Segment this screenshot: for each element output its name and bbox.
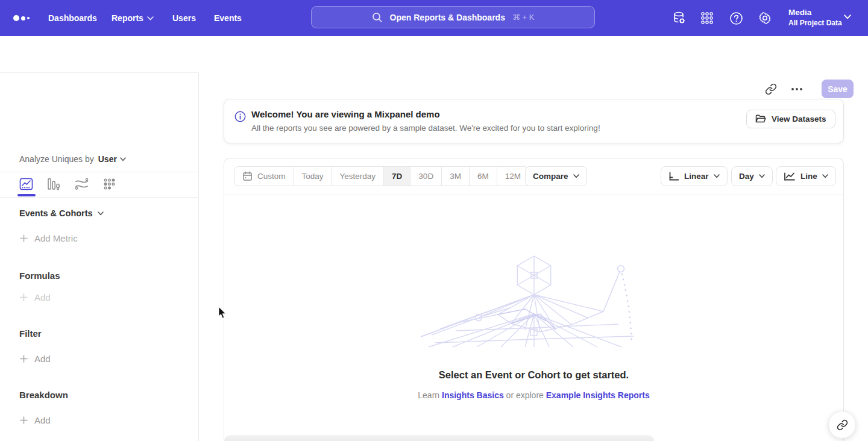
nav-item-reports[interactable]: Reports [112, 0, 154, 36]
nav-users-label: Users [172, 13, 196, 23]
plus-icon [20, 234, 28, 242]
viz-tab-flows[interactable] [74, 177, 89, 191]
middle-text: or explore [506, 390, 544, 400]
divider [0, 197, 199, 198]
viz-tab-line-chart[interactable] [18, 177, 34, 191]
nav-events-label: Events [214, 13, 242, 23]
database-gear-icon [672, 11, 687, 25]
divider [0, 172, 199, 172]
chevron-down-icon [120, 157, 126, 161]
active-tab-indicator [17, 194, 36, 196]
data-management-button[interactable] [671, 10, 687, 26]
line-chart-tab-icon [19, 178, 33, 190]
report-header-bar: Untitled + Add description... Save [0, 36, 868, 72]
project-name: Media [788, 7, 842, 18]
flows-tab-icon [75, 178, 89, 190]
search-label: Open Reports & Dashboards [390, 13, 505, 22]
nav-item-dashboards[interactable]: Dashboards [48, 0, 97, 36]
plus-icon [20, 293, 28, 301]
project-switcher[interactable]: Media All Project Data [788, 7, 842, 28]
banner-title: Welcome! You are viewing a Mixpanel demo [251, 109, 440, 119]
viz-tab-bar-chart[interactable] [46, 177, 61, 191]
learn-prefix: Learn [418, 390, 439, 400]
plus-icon [20, 355, 28, 363]
results-panel-peek[interactable] [224, 435, 654, 441]
analyze-value-dropdown[interactable]: User [98, 154, 126, 164]
nav-reports-label: Reports [112, 13, 143, 23]
chevron-down-icon [573, 174, 579, 178]
date-range-12m[interactable]: 12M [497, 167, 529, 186]
analyze-label: Analyze Uniques by [19, 154, 94, 164]
line-chart-icon [784, 172, 796, 181]
insights-report-card: Custom Today Yesterday 7D 30D 3M 6M 12M … [224, 158, 844, 441]
empty-state-title: Select an Event or Cohort to get started… [224, 369, 843, 381]
example-insights-reports-link[interactable]: Example Insights Reports [546, 390, 650, 400]
breakdown-heading: Breakdown [19, 390, 68, 400]
nav-item-events[interactable]: Events [214, 0, 242, 36]
folder-open-icon [755, 114, 766, 124]
compare-button[interactable]: Compare [525, 166, 587, 186]
chevron-down-icon [822, 174, 828, 178]
help-button[interactable] [728, 10, 744, 26]
chevron-down-icon [714, 174, 720, 178]
add-filter-button[interactable]: Add [20, 354, 51, 364]
metrics-grid-tab-icon [103, 178, 116, 190]
bar-chart-tab-icon [47, 178, 60, 190]
top-nav-bar: Dashboards Reports Users Events Open Rep… [0, 0, 868, 36]
add-metric-button[interactable]: Add Metric [20, 233, 78, 243]
interval-selector-button[interactable]: Day [731, 166, 773, 186]
chevron-down-icon [98, 211, 104, 216]
mixpanel-insights-page: Dashboards Reports Users Events Open Rep… [0, 0, 868, 441]
mixpanel-logo-icon[interactable] [13, 13, 31, 23]
chart-type-selector-button[interactable]: Line [776, 166, 836, 186]
chevron-down-icon [147, 16, 154, 20]
filter-heading: Filter [19, 328, 42, 339]
date-range-30d[interactable]: 30D [410, 167, 442, 186]
settings-button[interactable] [757, 10, 773, 26]
formulas-heading: Formulas [19, 271, 60, 281]
copy-link-button[interactable] [763, 81, 779, 97]
add-breakdown-button[interactable]: Add [20, 415, 51, 425]
calendar-icon [242, 171, 253, 181]
help-icon [729, 11, 743, 25]
add-formula-button[interactable]: Add [20, 292, 51, 302]
events-cohorts-header[interactable]: Events & Cohorts [19, 208, 104, 218]
query-builder-sidebar: Analyze Uniques by User [0, 72, 199, 441]
plus-icon [20, 416, 28, 424]
nav-dashboards-label: Dashboards [48, 13, 97, 23]
linear-axis-icon [668, 172, 679, 181]
link-icon [837, 419, 848, 431]
apps-grid-icon [700, 11, 714, 25]
project-scope: All Project Data [788, 18, 842, 28]
global-search-button[interactable]: Open Reports & Dashboards ⌘ + K [311, 6, 595, 28]
gear-icon [758, 11, 772, 25]
link-icon [765, 83, 777, 95]
date-range-6m[interactable]: 6M [470, 167, 497, 186]
share-link-fab[interactable] [828, 411, 856, 439]
apps-grid-button[interactable] [699, 10, 715, 26]
viz-tab-metrics-grid[interactable] [101, 177, 117, 191]
chevron-down-icon [759, 174, 765, 178]
date-range-yesterday[interactable]: Yesterday [332, 167, 385, 186]
save-button[interactable]: Save [822, 80, 854, 98]
info-icon [234, 111, 246, 122]
nav-item-users[interactable]: Users [172, 0, 196, 36]
date-range-today[interactable]: Today [294, 167, 332, 186]
insights-basics-link[interactable]: Insights Basics [442, 390, 504, 400]
divider [224, 195, 843, 195]
date-range-3m[interactable]: 3M [442, 167, 470, 186]
search-shortcut: ⌘ + K [512, 13, 535, 22]
date-range-7d[interactable]: 7D [384, 167, 410, 186]
view-datasets-button[interactable]: View Datasets [746, 110, 835, 128]
date-range-custom[interactable]: Custom [234, 167, 294, 186]
ellipsis-icon [791, 87, 803, 91]
scale-selector-button[interactable]: Linear [661, 166, 728, 186]
search-icon [372, 12, 383, 23]
analyze-uniques-row: Analyze Uniques by User [19, 154, 126, 164]
chevron-down-icon[interactable] [844, 14, 851, 19]
banner-subtitle: All the reports you see are powered by a… [251, 124, 600, 133]
more-options-button[interactable] [788, 81, 805, 97]
empty-state-links: Learn Insights Basics or explore Example… [224, 390, 843, 400]
demo-welcome-banner: Welcome! You are viewing a Mixpanel demo… [224, 99, 844, 143]
date-range-segmented-control: Custom Today Yesterday 7D 30D 3M 6M 12M [234, 166, 529, 186]
